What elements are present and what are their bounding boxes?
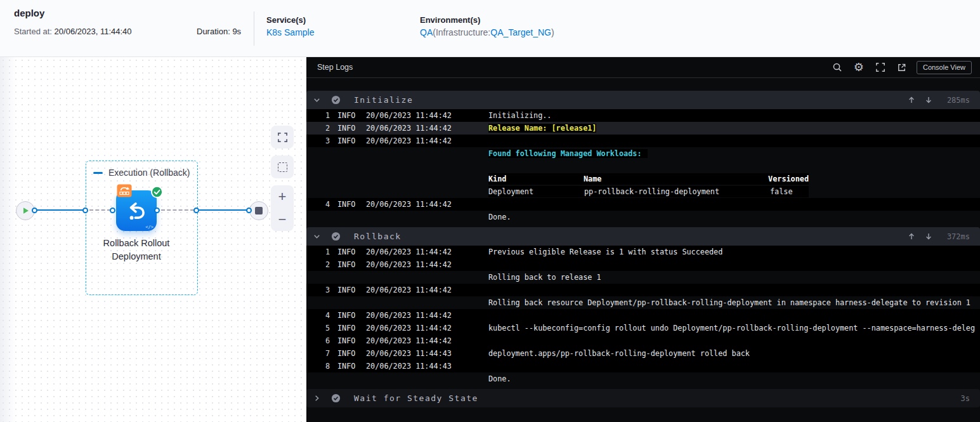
log-line-number: 3 <box>306 286 330 294</box>
log-message-text: Release Name: [release1] <box>488 124 596 133</box>
collapse-group-icon[interactable] <box>93 172 103 174</box>
connector-ring <box>193 208 199 213</box>
section-header-right: 285ms <box>908 96 980 105</box>
search-icon[interactable] <box>826 60 848 75</box>
chevron-right-icon[interactable] <box>312 394 321 402</box>
log-row: KindNameVersioned <box>306 173 980 185</box>
log-level: INFO <box>330 286 366 294</box>
log-timestamp: 20/06/2023 11:44:42 <box>366 324 488 333</box>
log-section-header[interactable]: Rollback372ms <box>306 227 980 246</box>
log-row: 3INFO20/06/2023 11:44:42 <box>306 135 980 147</box>
log-sections[interactable]: Initialize285ms1INFO20/06/2023 11:44:42I… <box>306 79 980 422</box>
log-section-header[interactable]: Initialize285ms <box>306 91 980 109</box>
app-root: deploy Started at: 20/06/2023, 11:44:40 … <box>0 0 980 422</box>
step-logs-panel: Step Logs ⚙ Console View Initialize285ms… <box>306 57 980 422</box>
log-level: INFO <box>330 311 366 320</box>
connector-ring <box>154 208 160 213</box>
chevron-down-icon[interactable] <box>312 232 321 241</box>
log-level: INFO <box>330 336 366 345</box>
log-message: Deploymentpp-rollback-rolling-deployment… <box>488 186 980 197</box>
zoom-in-button[interactable]: + <box>278 190 287 204</box>
chevron-down-icon[interactable] <box>312 96 321 104</box>
section-success-icon <box>331 95 341 105</box>
log-row: Done. <box>306 373 980 385</box>
log-line-number: 2 <box>306 124 330 133</box>
open-in-new-icon[interactable] <box>891 60 913 75</box>
marquee-select-button[interactable] <box>271 155 294 178</box>
log-timestamp: 20/06/2023 11:44:42 <box>366 136 488 145</box>
log-row: Found following Managed Workloads: <box>306 147 980 160</box>
fit-to-screen-button[interactable] <box>271 126 294 148</box>
log-line-number: 6 <box>306 336 330 345</box>
log-row: 4INFO20/06/2023 11:44:42 <box>306 198 980 211</box>
log-row: 6INFO20/06/2023 11:44:42 <box>306 334 980 347</box>
code-glyph: </> <box>145 225 154 230</box>
stop-icon <box>255 207 263 214</box>
log-message: Rolling back resource Deployment/pp-roll… <box>488 298 980 307</box>
log-timestamp: 20/06/2023 11:44:42 <box>366 286 488 294</box>
scroll-to-bottom-icon[interactable] <box>925 232 932 241</box>
environment-link[interactable]: QA <box>420 27 433 37</box>
edge-start-to-group <box>35 209 84 211</box>
log-line-number: 5 <box>306 324 330 333</box>
fullscreen-icon[interactable] <box>870 60 891 75</box>
log-message: deployment.apps/pp-rollback-rolling-depl… <box>488 349 980 358</box>
zoom-out-button[interactable]: − <box>278 213 287 227</box>
pipeline-canvas[interactable]: Execution (Rollback) </> <box>0 57 306 422</box>
expand-icon <box>277 132 288 143</box>
log-message-text: Initializing.. <box>488 111 551 120</box>
connector-ring <box>246 208 252 213</box>
log-row: 2INFO20/06/2023 11:44:42 <box>306 258 980 271</box>
log-message: Rolling back to release 1 <box>488 273 980 282</box>
gear-icon[interactable]: ⚙ <box>848 60 870 75</box>
log-message-text: Rolling back resource Deployment/pp-roll… <box>488 298 970 307</box>
log-message: Done. <box>488 374 980 383</box>
log-timestamp: 20/06/2023 11:44:42 <box>366 260 488 269</box>
console-view-button[interactable]: Console View <box>917 61 972 74</box>
log-section-header[interactable]: Wait for Steady State3s <box>306 389 980 407</box>
scroll-to-top-icon[interactable] <box>908 96 915 104</box>
duration: Duration: 9s <box>197 27 241 36</box>
scroll-to-bottom-icon[interactable] <box>925 96 932 104</box>
environments-label: Environment(s) <box>420 15 480 25</box>
log-row: 7INFO20/06/2023 11:44:43deployment.apps/… <box>306 347 980 360</box>
log-message-text: deployment.apps/pp-rollback-rolling-depl… <box>488 349 750 358</box>
log-line-number: 4 <box>306 311 330 320</box>
execution-group-label[interactable]: Execution (Rollback) <box>93 168 190 178</box>
log-message-text: Rolling back to release 1 <box>488 273 601 282</box>
duration-label: Duration: <box>197 27 230 36</box>
log-message-text: kubectl --kubeconfig=config rollout undo… <box>488 324 975 333</box>
log-message: Previous eligible Release is 1 with stat… <box>488 247 980 256</box>
log-message: Found following Managed Workloads: <box>488 149 980 158</box>
log-timestamp: 20/06/2023 11:44:42 <box>366 336 488 345</box>
log-message: kubectl --kubeconfig=config rollout undo… <box>488 324 980 333</box>
log-table-row: KindNameVersioned <box>488 173 809 185</box>
section-title: Rollback <box>354 232 402 241</box>
log-line-number: 2 <box>306 260 330 269</box>
connector-ring <box>32 208 37 213</box>
log-level: INFO <box>330 260 366 269</box>
zoom-control[interactable]: + − <box>271 185 294 231</box>
edge-group-to-end <box>199 209 247 211</box>
pipeline-title: deploy <box>14 8 44 18</box>
scroll-to-top-icon[interactable] <box>908 232 915 241</box>
connector-ring <box>82 208 88 213</box>
log-line-number: 1 <box>306 247 330 256</box>
infrastructure-link[interactable]: QA_Target_NG <box>490 27 551 37</box>
log-timestamp: 20/06/2023 11:44:42 <box>366 247 488 256</box>
services-label: Service(s) <box>266 15 306 25</box>
section-duration: 3s <box>942 394 970 403</box>
log-level: INFO <box>330 136 366 145</box>
service-link[interactable]: K8s Sample <box>266 27 314 37</box>
log-row: 5INFO20/06/2023 11:44:42kubectl --kubeco… <box>306 322 980 334</box>
play-icon <box>21 206 30 215</box>
log-timestamp: 20/06/2023 11:44:43 <box>366 362 488 371</box>
log-level: INFO <box>330 124 366 133</box>
duration-value: 9s <box>232 27 241 36</box>
console-title: Step Logs <box>317 63 353 72</box>
log-message-text: Found following Managed Workloads: <box>488 149 648 158</box>
section-success-icon <box>331 393 341 403</box>
started-at: Started at: 20/06/2023, 11:44:40 <box>14 27 132 36</box>
section-duration: 285ms <box>942 96 970 105</box>
log-line-number: 7 <box>306 349 330 358</box>
